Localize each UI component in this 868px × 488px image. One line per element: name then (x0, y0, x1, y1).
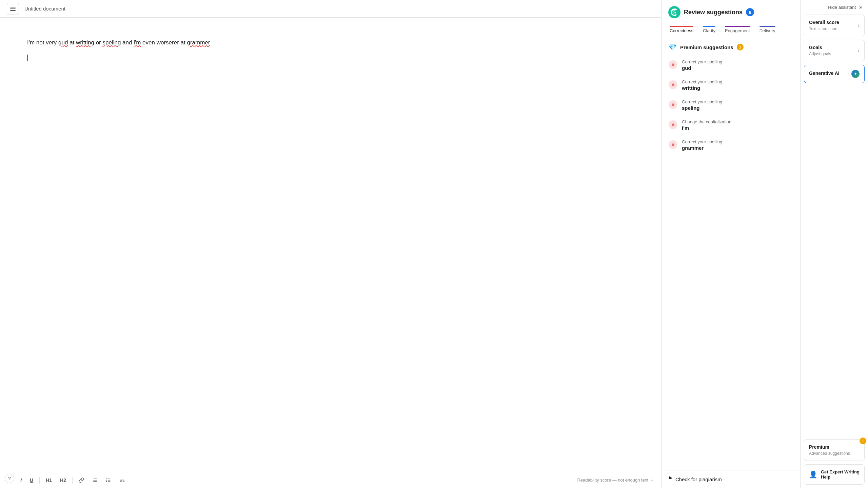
toolbar-divider-2 (72, 477, 73, 484)
premium-card-sub: Advanced suggestions (809, 451, 860, 456)
misspelled-word-5: grammer (187, 39, 210, 46)
editor-footer: B I U H1 H2 Readability score — not enou… (0, 472, 661, 488)
tab-underline-clarity (703, 26, 715, 27)
suggestion-item-4[interactable]: Correct your spelling grammer (662, 135, 800, 155)
suggestion-word-1: writting (682, 85, 722, 91)
clear-format-button[interactable] (117, 476, 127, 484)
tab-correctness[interactable]: Correctness (665, 23, 698, 36)
plagiarism-label: Check for plagiarism (675, 476, 722, 482)
suggestion-content-3: Change the capitalization i'm (682, 119, 731, 131)
suggestion-item-3[interactable]: Change the capitalization i'm (662, 115, 800, 135)
overall-score-card-left: Overall score Text is too short (809, 20, 839, 31)
suggestion-action-1: Correct your spelling (682, 79, 722, 84)
correctness-icon-1 (668, 80, 678, 89)
misspelled-word-4: i'm (134, 39, 141, 46)
editor-content[interactable]: I'm not very gud at writting or speling … (0, 18, 661, 472)
underline-button[interactable]: U (28, 476, 35, 484)
link-button[interactable] (77, 476, 86, 484)
suggestion-item-2[interactable]: Correct your spelling speling (662, 95, 800, 115)
goals-arrow-icon: › (858, 47, 860, 54)
tab-underline-engagement (725, 26, 750, 27)
expert-help-text: Get Expert Writing Help (821, 469, 860, 480)
premium-count-badge: 1 (737, 44, 744, 50)
svg-point-8 (106, 481, 107, 482)
readability-score: Readability score — not enough text (577, 477, 654, 483)
tab-label-engagement: Engagement (725, 28, 750, 33)
diamond-icon: 💎 (668, 43, 677, 51)
text-after-2: or (94, 39, 103, 46)
side-bottom: 1 Premium Advanced suggestions 👤 Get Exp… (801, 436, 868, 488)
italic-button[interactable]: I (18, 476, 24, 484)
generative-ai-title: Generative AI (809, 70, 840, 76)
person-icon: 👤 (809, 470, 817, 479)
tabs-bar: Correctness Clarity Engagement Delivery (662, 23, 800, 36)
suggestion-content-0: Correct your spelling gud (682, 59, 722, 71)
hide-assistant-button[interactable]: Hide assistant (828, 5, 863, 10)
suggestion-item-1[interactable]: Correct your spelling writting (662, 75, 800, 95)
suggestion-word-0: gud (682, 65, 722, 71)
misspelled-word-2: writting (76, 39, 94, 46)
menu-button[interactable] (7, 3, 19, 15)
side-panel-header: Hide assistant (801, 0, 868, 15)
overall-score-card[interactable]: Overall score Text is too short › (804, 15, 865, 36)
toolbar-divider-1 (39, 477, 40, 484)
side-cards: Overall score Text is too short › Goals … (801, 15, 868, 436)
text-before: I'm not very (27, 39, 58, 46)
suggestion-content-4: Correct your spelling grammer (682, 139, 722, 151)
overall-score-title: Overall score (809, 20, 839, 25)
suggestion-content-1: Correct your spelling writting (682, 79, 722, 91)
generative-ai-icon: ✦ (851, 70, 860, 78)
goals-card[interactable]: Goals Adjust goals › (804, 40, 865, 61)
tab-clarity[interactable]: Clarity (698, 23, 720, 36)
overall-score-arrow-icon: › (858, 22, 860, 28)
suggestions-panel: Review suggestions 6 Correctness Clarity… (661, 0, 800, 488)
misspelled-word-1: gud (58, 39, 68, 46)
suggestion-item-0[interactable]: Correct your spelling gud (662, 55, 800, 75)
svg-point-7 (106, 480, 107, 480)
h1-button[interactable]: H1 (44, 476, 54, 484)
suggestions-count-badge: 6 (746, 8, 754, 16)
quote-icon: ❝ (668, 475, 672, 483)
plagiarism-footer[interactable]: ❝ Check for plagiarism (662, 470, 800, 488)
editor-area: Untitled document I'm not very gud at wr… (0, 0, 661, 488)
suggestions-title: Review suggestions (684, 9, 743, 16)
generative-ai-card[interactable]: Generative AI ✦ (804, 65, 865, 83)
expert-help-card[interactable]: 👤 Get Expert Writing Help (804, 464, 865, 485)
tab-underline-correctness (670, 26, 693, 27)
suggestion-content-2: Correct your spelling speling (682, 99, 722, 111)
text-after-4: even worserer at (141, 39, 187, 46)
premium-section[interactable]: 💎 Premium suggestions 1 (662, 39, 800, 55)
goals-title: Goals (809, 45, 831, 50)
suggestion-action-0: Correct your spelling (682, 59, 722, 64)
premium-num-badge: 1 (860, 438, 866, 444)
editor-text[interactable]: I'm not very gud at writting or speling … (27, 38, 258, 48)
tab-engagement[interactable]: Engagement (720, 23, 755, 36)
goals-subtitle: Adjust goals (809, 52, 831, 56)
suggestion-action-2: Correct your spelling (682, 99, 722, 104)
suggestion-action-4: Correct your spelling (682, 139, 722, 144)
expert-help-title: Get Expert Writing Help (821, 469, 860, 480)
grammarly-logo (668, 6, 680, 18)
tab-label-correctness: Correctness (670, 28, 693, 33)
correctness-icon-2 (668, 100, 678, 109)
text-cursor (27, 55, 28, 61)
h2-button[interactable]: H2 (58, 476, 68, 484)
help-question-button[interactable]: ? (5, 474, 14, 483)
suggestion-action-3: Change the capitalization (682, 119, 731, 124)
tab-delivery[interactable]: Delivery (755, 23, 780, 36)
ordered-list-button[interactable] (90, 476, 100, 484)
suggestion-word-3: i'm (682, 125, 731, 131)
text-after-1: at (68, 39, 76, 46)
suggestions-list: 💎 Premium suggestions 1 Correct your spe… (662, 36, 800, 470)
generative-ai-card-left: Generative AI (809, 70, 840, 77)
goals-card-left: Goals Adjust goals (809, 45, 831, 56)
overall-score-subtitle: Text is too short (809, 26, 839, 31)
correctness-icon-3 (668, 120, 678, 129)
tab-label-delivery: Delivery (760, 28, 775, 33)
premium-card[interactable]: 1 Premium Advanced suggestions (804, 439, 865, 461)
editor-header: Untitled document (0, 0, 661, 18)
unordered-list-button[interactable] (104, 476, 113, 484)
tab-label-clarity: Clarity (703, 28, 715, 33)
svg-point-6 (106, 479, 107, 479)
doc-title: Untitled document (24, 6, 65, 12)
